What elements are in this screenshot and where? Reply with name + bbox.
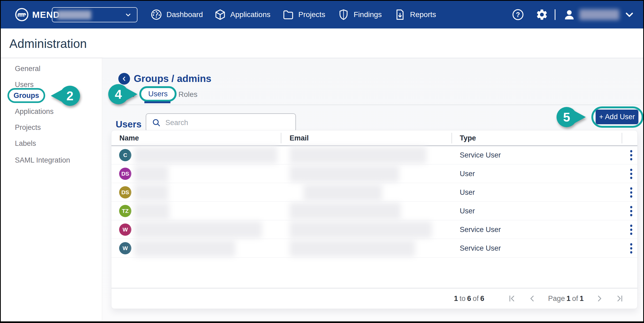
sidebar-item-applications[interactable]: Applications — [15, 107, 54, 116]
dashboard-icon — [150, 9, 162, 21]
redacted-email — [290, 240, 415, 257]
tab-users[interactable]: Users — [139, 86, 177, 102]
top-nav-bar: MEND Dashboard Applications — [1, 1, 643, 28]
callout-arrow-right — [572, 110, 586, 124]
avatar: DS — [119, 168, 131, 180]
avatar: W — [119, 242, 131, 254]
sidebar-item-labels[interactable]: Labels — [15, 139, 36, 148]
search-input[interactable] — [165, 119, 290, 127]
previous-page-button[interactable] — [528, 294, 537, 303]
row-actions-menu[interactable] — [625, 239, 638, 258]
help-icon: ? — [512, 8, 524, 21]
sidebar-item-groups[interactable]: Groups — [7, 88, 45, 103]
callout-step-5: 5 — [557, 107, 586, 127]
callout-arrow-right — [124, 87, 137, 101]
user-type: User — [460, 188, 475, 197]
redacted-name — [134, 147, 277, 164]
app-window: MEND Dashboard Applications — [0, 0, 644, 323]
help-button[interactable]: ? — [512, 8, 524, 21]
nav-item-label: Dashboard — [166, 10, 203, 19]
redacted-username — [579, 9, 619, 20]
user-type: Service User — [460, 151, 501, 159]
redacted-name — [134, 202, 169, 220]
column-header-email: Email — [290, 134, 309, 142]
user-avatar-icon — [563, 8, 576, 21]
nav-item-label: Findings — [354, 10, 382, 19]
avatar: W — [119, 223, 131, 236]
row-actions-menu[interactable] — [625, 183, 638, 202]
table-row: DS User — [111, 183, 637, 202]
nav-item-projects[interactable]: Projects — [282, 1, 325, 28]
table-row: DS User — [111, 164, 637, 183]
row-actions-menu[interactable] — [625, 164, 638, 183]
tab-users-label: Users — [148, 90, 168, 98]
reports-document-icon — [394, 9, 406, 21]
users-section-title: Users — [116, 119, 141, 130]
nav-right-cluster: ? — [512, 1, 636, 28]
chevron-left-icon — [120, 75, 128, 82]
pagination-page-label: Page1of1 — [548, 295, 584, 303]
chevron-down-icon — [623, 8, 636, 21]
redacted-org-name — [57, 10, 91, 19]
back-button[interactable] — [118, 73, 130, 85]
breadcrumb: Groups / admins — [134, 73, 211, 84]
chevron-down-icon — [124, 11, 132, 19]
avatar: C — [119, 149, 131, 161]
settings-button[interactable] — [536, 8, 548, 21]
next-page-button[interactable] — [595, 294, 604, 303]
first-page-icon — [508, 294, 517, 303]
redacted-email — [290, 221, 432, 238]
user-type: User — [460, 207, 475, 215]
findings-shield-icon — [337, 9, 350, 21]
nav-item-findings[interactable]: Findings — [337, 1, 382, 28]
page-header: Administration — [1, 28, 643, 58]
add-user-button[interactable]: + Add User — [596, 110, 638, 124]
active-tab-underline — [144, 101, 170, 103]
redacted-email — [290, 165, 399, 182]
nav-divider — [555, 9, 555, 20]
user-type: Service User — [460, 244, 501, 252]
nav-item-label: Projects — [298, 10, 325, 19]
chevron-left-icon — [528, 294, 537, 303]
pagination-controls: Page1of1 — [508, 294, 624, 303]
column-header-name: Name — [119, 134, 139, 142]
nav-item-reports[interactable]: Reports — [394, 1, 436, 28]
redacted-email — [303, 184, 382, 201]
mend-logo-icon — [14, 7, 30, 22]
applications-cube-icon — [214, 9, 226, 21]
row-actions-menu[interactable] — [625, 220, 638, 239]
pagination-range: 1to6of6 — [454, 295, 484, 303]
search-icon — [152, 118, 161, 127]
sidebar-item-projects[interactable]: Projects — [15, 123, 41, 132]
first-page-button[interactable] — [508, 294, 517, 303]
last-page-button[interactable] — [615, 294, 624, 303]
users-search — [146, 113, 296, 132]
sidebar-item-general[interactable]: General — [15, 65, 40, 73]
callout-step-4: 4 — [108, 84, 137, 104]
user-menu[interactable] — [563, 8, 636, 21]
user-type: User — [460, 170, 475, 178]
table-row: W Service User — [111, 239, 637, 258]
sidebar-item-users[interactable]: Users — [15, 81, 34, 89]
gear-icon — [536, 8, 548, 21]
avatar: DS — [119, 186, 131, 198]
avatar: TZ — [119, 205, 131, 217]
callout-number: 2 — [60, 86, 80, 106]
nav-item-label: Applications — [230, 10, 270, 19]
tab-roles[interactable]: Roles — [178, 90, 198, 99]
redacted-name — [134, 240, 235, 257]
table-footer: 1to6of6 Page1of1 — [111, 288, 637, 309]
callout-step-2: 2 — [51, 86, 80, 106]
redacted-name — [134, 221, 262, 238]
row-actions-menu[interactable] — [625, 146, 638, 164]
user-type: Service User — [460, 226, 501, 234]
table-row: W Service User — [111, 220, 637, 239]
redacted-email — [290, 147, 426, 164]
row-actions-menu[interactable] — [625, 202, 638, 220]
nav-item-dashboard[interactable]: Dashboard — [150, 1, 203, 28]
organization-selector[interactable] — [52, 7, 137, 22]
nav-item-applications[interactable]: Applications — [214, 1, 270, 28]
tabs-divider — [111, 105, 640, 105]
sidebar-item-saml-integration[interactable]: SAML Integration — [15, 156, 70, 164]
svg-text:?: ? — [516, 11, 520, 18]
